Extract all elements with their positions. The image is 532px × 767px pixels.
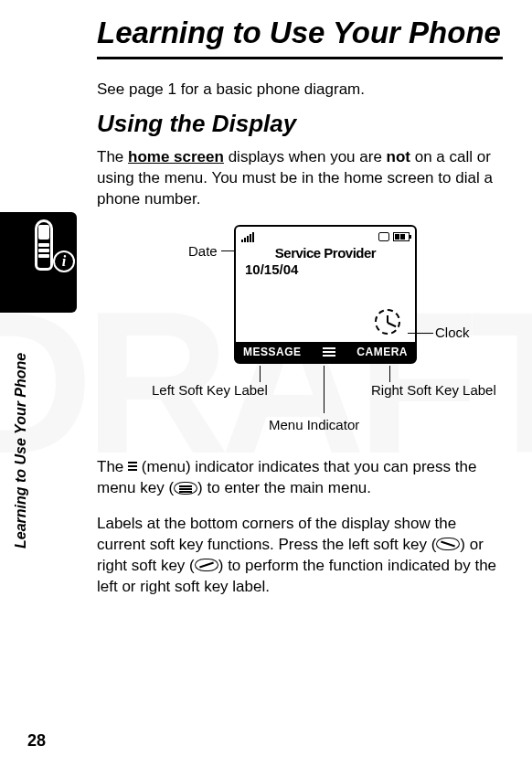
info-icon: i [53,250,75,272]
running-header: Learning to Use Your Phone [13,353,29,549]
callout-left-soft-key: Left Soft Key Label [152,382,268,398]
callout-right-soft-key: Right Soft Key Label [371,382,496,398]
phone-display: Service Provider 10/15/04 MESSAGE CAMERA [234,225,417,364]
right-soft-key-icon [195,559,218,571]
clock-icon [375,309,400,335]
left-soft-key-label: MESSAGE [243,346,302,358]
date-label: 10/15/04 [245,261,298,277]
callout-clock: Clock [435,325,470,340]
phone-icon: i [26,219,71,291]
chapter-tab: i [0,212,77,313]
title-rule [97,57,503,59]
section-heading: Using the Display [97,110,503,138]
soft-key-bar: MESSAGE CAMERA [236,342,415,362]
intro-text: See page 1 for a basic phone diagram. [97,80,503,101]
ring-icon [378,232,389,241]
left-soft-key-icon [436,538,460,550]
callout-menu-indicator: Menu Indicator [269,417,359,432]
right-soft-key-label: CAMERA [356,346,408,358]
page-title: Learning to Use Your Phone [97,16,503,49]
home-screen-paragraph: The home screen displays when you are no… [97,147,503,210]
service-provider-label: Service Provider [243,245,408,261]
page-number: 28 [27,731,46,751]
menu-indicator-icon [323,347,335,357]
home-screen-figure: Date Service Provider 10/15/04 MESSAGE C… [97,225,503,444]
menu-indicator-paragraph: The (menu) indicator indicates that you … [97,457,503,499]
menu-glyph-icon [128,462,137,473]
callout-date: Date [188,243,218,259]
menu-key-icon [174,482,197,495]
soft-key-paragraph: Labels at the bottom corners of the disp… [97,514,503,598]
battery-icon [393,232,410,241]
signal-icon [241,232,254,242]
status-bar [241,230,410,243]
